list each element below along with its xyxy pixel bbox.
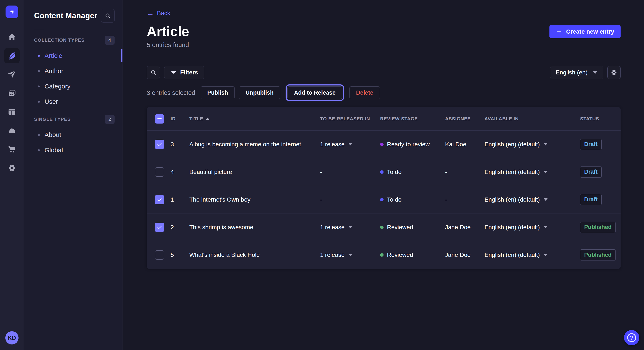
locale-dropdown[interactable]: English (en) (default) bbox=[484, 169, 580, 175]
sidebar-item-author[interactable]: Author bbox=[24, 63, 122, 79]
filters-button[interactable]: Filters bbox=[164, 66, 204, 79]
section-label: COLLECTION TYPES bbox=[34, 37, 84, 43]
release-chevron-icon bbox=[348, 143, 352, 146]
deploy-icon[interactable] bbox=[7, 126, 16, 135]
settings-icon[interactable] bbox=[7, 163, 16, 173]
table-body: 3 A bug is becoming a meme on the intern… bbox=[147, 131, 620, 269]
stage-dot bbox=[380, 198, 384, 201]
unpublish-button[interactable]: Unpublish bbox=[239, 86, 280, 99]
marketplace-icon[interactable] bbox=[7, 145, 16, 154]
home-icon[interactable] bbox=[7, 32, 16, 42]
sidebar-item-article[interactable]: Article bbox=[24, 48, 122, 63]
locale-select[interactable]: English (en) bbox=[550, 66, 603, 79]
app-root: KD Content Manager COLLECTION TYPES 4 Ar… bbox=[0, 0, 644, 350]
column-header-review-stage: REVIEW STAGE bbox=[380, 116, 445, 122]
help-button[interactable]: ? bbox=[624, 330, 639, 345]
check-icon bbox=[156, 224, 162, 230]
release-dropdown[interactable]: 1 release bbox=[320, 224, 380, 231]
create-new-entry-button[interactable]: Create new entry bbox=[550, 25, 620, 38]
table-row[interactable]: 2 This shrimp is awesome 1 release Revie… bbox=[147, 213, 620, 241]
add-to-release-button[interactable]: Add to Release bbox=[288, 86, 342, 99]
indeterminate-dash-icon bbox=[158, 118, 162, 119]
section-item-list: About Global bbox=[24, 127, 122, 158]
bullet-icon bbox=[38, 101, 40, 103]
release-dropdown[interactable]: - bbox=[320, 196, 380, 203]
content-type-builder-icon[interactable] bbox=[7, 107, 16, 117]
review-stage-cell: To do bbox=[380, 169, 445, 175]
status-badge: Draft bbox=[580, 139, 602, 150]
select-all-checkbox[interactable] bbox=[155, 114, 164, 124]
row-checkbox[interactable] bbox=[155, 223, 164, 232]
review-stage-cell: To do bbox=[380, 196, 445, 203]
row-id: 4 bbox=[170, 169, 189, 175]
row-title: Beautiful picture bbox=[189, 169, 320, 175]
page-title: Article bbox=[147, 24, 189, 39]
status-badge: Published bbox=[580, 222, 616, 233]
column-header-title-sort[interactable]: TITLE bbox=[189, 116, 210, 122]
sidebar-item-category[interactable]: Category bbox=[24, 79, 122, 94]
table-row[interactable]: 1 The internet's Own boy - To do - Engli… bbox=[147, 186, 620, 213]
row-checkbox[interactable] bbox=[155, 167, 164, 177]
sidebar-section: SINGLE TYPES 2 About Global bbox=[24, 115, 122, 158]
bullet-icon bbox=[38, 70, 40, 72]
row-checkbox[interactable] bbox=[155, 195, 164, 204]
locale-dropdown[interactable]: English (en) (default) bbox=[484, 196, 580, 203]
sidebar-item-global[interactable]: Global bbox=[24, 143, 122, 158]
bullet-icon bbox=[38, 149, 40, 151]
row-checkbox[interactable] bbox=[155, 140, 164, 149]
filter-icon bbox=[170, 69, 177, 76]
table-row[interactable]: 4 Beautiful picture - To do - English (e… bbox=[147, 158, 620, 186]
table-row[interactable]: 5 What's inside a Black Hole 1 release R… bbox=[147, 241, 620, 269]
sort-ascending-icon bbox=[206, 118, 210, 120]
sidebar-item-label: User bbox=[44, 98, 58, 105]
publish-button[interactable]: Publish bbox=[200, 86, 235, 99]
sidebar-sections: COLLECTION TYPES 4 Article Author Catego… bbox=[24, 36, 122, 158]
nav-rail: KD bbox=[0, 0, 24, 350]
table-row[interactable]: 3 A bug is becoming a meme on the intern… bbox=[147, 131, 620, 158]
row-title: A bug is becoming a meme on the internet bbox=[189, 141, 320, 148]
back-label: Back bbox=[157, 10, 170, 16]
delete-button[interactable]: Delete bbox=[350, 86, 380, 99]
search-icon bbox=[150, 69, 156, 76]
content-manager-icon[interactable] bbox=[4, 48, 20, 63]
main-content: ← Back Article Create new entry 5 entrie… bbox=[122, 0, 644, 350]
locale-chevron-icon bbox=[544, 143, 548, 146]
sidebar-item-about[interactable]: About bbox=[24, 127, 122, 143]
release-value: - bbox=[320, 196, 322, 203]
chevron-down-icon bbox=[593, 71, 597, 74]
sidebar-search-button[interactable] bbox=[101, 9, 114, 22]
column-header-available-in: AVAILABLE IN bbox=[484, 116, 580, 122]
release-value: 1 release bbox=[320, 252, 344, 258]
row-checkbox[interactable] bbox=[155, 250, 164, 260]
view-settings-button[interactable] bbox=[607, 66, 620, 79]
locale-dropdown[interactable]: English (en) (default) bbox=[484, 252, 580, 258]
user-avatar[interactable]: KD bbox=[5, 331, 18, 345]
release-dropdown[interactable]: 1 release bbox=[320, 252, 380, 258]
status-badge: Published bbox=[580, 249, 616, 260]
column-header-id: ID bbox=[170, 116, 189, 122]
review-stage-cell: Reviewed bbox=[380, 252, 445, 258]
row-assignee: - bbox=[445, 196, 484, 203]
locale-dropdown[interactable]: English (en) (default) bbox=[484, 141, 580, 148]
locale-dropdown[interactable]: English (en) (default) bbox=[484, 224, 580, 231]
column-header-release: TO BE RELEASED IN bbox=[320, 116, 380, 122]
row-title: This shrimp is awesome bbox=[189, 224, 320, 231]
back-link[interactable]: ← Back bbox=[147, 10, 170, 16]
stage-dot bbox=[380, 170, 384, 174]
release-dropdown[interactable]: 1 release bbox=[320, 141, 380, 148]
release-value: - bbox=[320, 169, 322, 175]
row-assignee: Jane Doe bbox=[445, 252, 484, 258]
table-header-row: ID TITLE TO BE RELEASED IN REVIEW STAGE … bbox=[147, 107, 620, 131]
question-mark-icon: ? bbox=[627, 333, 636, 342]
sidebar-item-user[interactable]: User bbox=[24, 94, 122, 109]
status-badge: Draft bbox=[580, 194, 602, 205]
locale-value: English (en) (default) bbox=[484, 252, 540, 258]
sidebar-item-label: Article bbox=[44, 52, 62, 59]
sidebar-item-label: Author bbox=[44, 67, 63, 75]
row-id: 5 bbox=[170, 252, 189, 258]
media-library-icon[interactable] bbox=[7, 88, 16, 98]
release-dropdown[interactable]: - bbox=[320, 169, 380, 175]
search-button[interactable] bbox=[147, 66, 160, 79]
releases-icon[interactable] bbox=[7, 70, 16, 79]
row-title: What's inside a Black Hole bbox=[189, 252, 320, 258]
